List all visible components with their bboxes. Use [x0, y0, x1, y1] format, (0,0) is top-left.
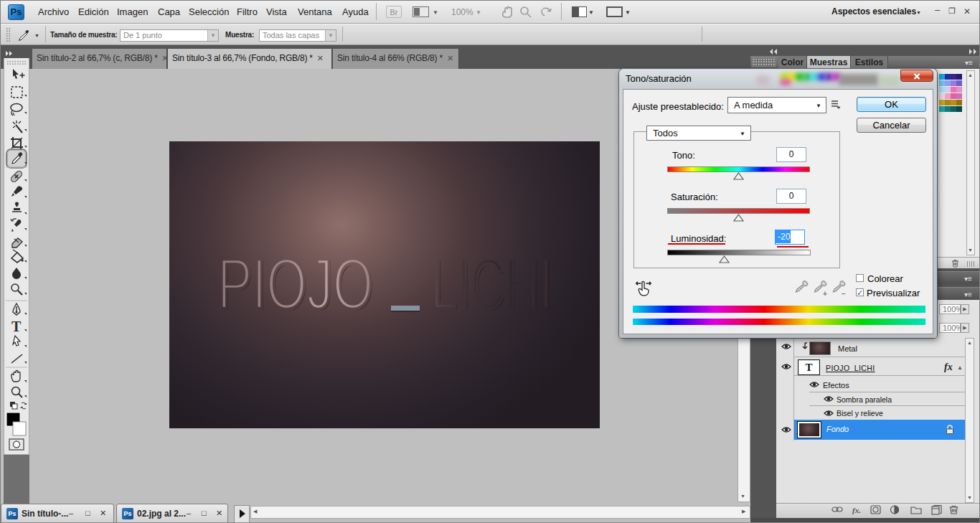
svg-text:PIOJO: PIOJO — [217, 243, 373, 324]
svg-text:+: + — [823, 290, 827, 298]
svg-text:fx.: fx. — [852, 506, 861, 514]
svg-text:LICHI: LICHI — [430, 243, 552, 324]
svg-text:−: − — [842, 290, 846, 298]
svg-text:T: T — [11, 319, 22, 334]
